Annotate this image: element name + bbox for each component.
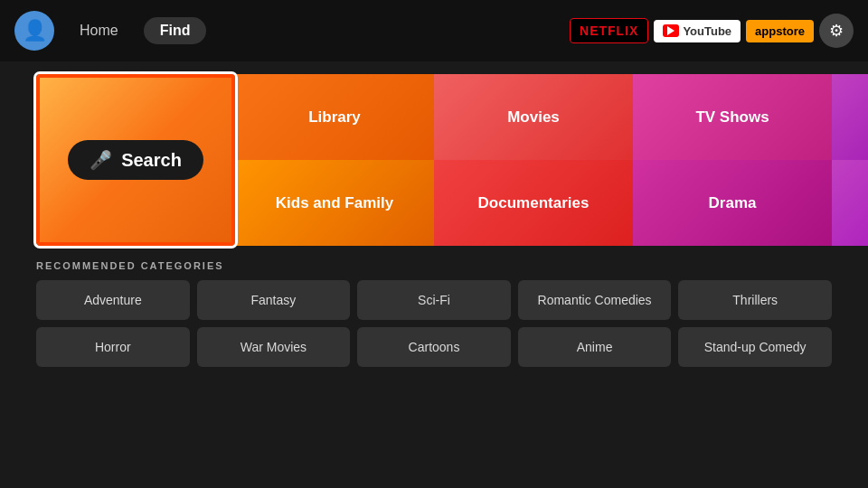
documentaries-cell[interactable]: Documentaries [434,160,633,246]
category-cartoons[interactable]: Cartoons [357,327,511,367]
category-thrillers[interactable]: Thrillers [678,280,832,320]
gear-icon: ⚙ [829,21,844,41]
main-grid: 🎤 Search Library Movies TV Shows Appstor… [36,74,832,246]
drama-label: Drama [709,194,757,212]
category-romantic-comedies[interactable]: Romantic Comedies [518,280,672,320]
appstore-cell[interactable]: Appstore [832,74,868,160]
movies-label: Movies [507,108,560,127]
library-label: Library [308,108,361,127]
kids-cell[interactable]: Kids and Family [235,160,434,246]
kids-label: Kids and Family [276,194,393,212]
tvshows-label: TV Shows [695,108,769,127]
category-adventure[interactable]: Adventure [36,280,190,320]
youtube-button[interactable]: YouTube [654,20,741,42]
nav-home[interactable]: Home [69,17,129,44]
search-label: Search [121,150,182,171]
category-scifi[interactable]: Sci-Fi [357,280,511,320]
microphone-icon: 🎤 [90,149,112,171]
documentaries-label: Documentaries [478,194,590,212]
nav-find[interactable]: Find [144,17,207,44]
settings-button[interactable]: ⚙ [819,14,854,48]
search-cell[interactable]: 🎤 Search [36,74,235,246]
main-content: 🎤 Search Library Movies TV Shows Appstor… [0,61,868,246]
header: 👤 Home Find NETFLIX YouTube appstore ⚙ [0,0,868,61]
category-horror[interactable]: Horror [36,327,190,367]
youtube-icon [663,24,679,37]
tvshows-cell[interactable]: TV Shows [633,74,832,160]
drama-cell[interactable]: Drama [633,160,832,246]
youtube-label: YouTube [683,24,731,38]
appstore-button[interactable]: appstore [746,20,814,42]
movies-cell[interactable]: Movies [434,74,633,160]
yt-play-triangle [667,26,675,35]
recommended-title: RECOMMENDED CATEGORIES [36,260,832,271]
library-cell[interactable]: Library [235,74,434,160]
category-anime[interactable]: Anime [518,327,672,367]
recommended-section: RECOMMENDED CATEGORIES Adventure Fantasy… [0,246,868,367]
avatar[interactable]: 👤 [14,11,54,51]
category-fantasy[interactable]: Fantasy [197,280,351,320]
categories-grid: Adventure Fantasy Sci-Fi Romantic Comedi… [36,280,832,367]
search-button[interactable]: 🎤 Search [68,140,203,180]
category-standup-comedy[interactable]: Stand-up Comedy [678,327,832,367]
comedy-cell[interactable]: Comedy [832,160,868,246]
header-apps: NETFLIX YouTube appstore ⚙ [570,14,854,48]
category-war-movies[interactable]: War Movies [197,327,351,367]
netflix-button[interactable]: NETFLIX [570,18,648,43]
